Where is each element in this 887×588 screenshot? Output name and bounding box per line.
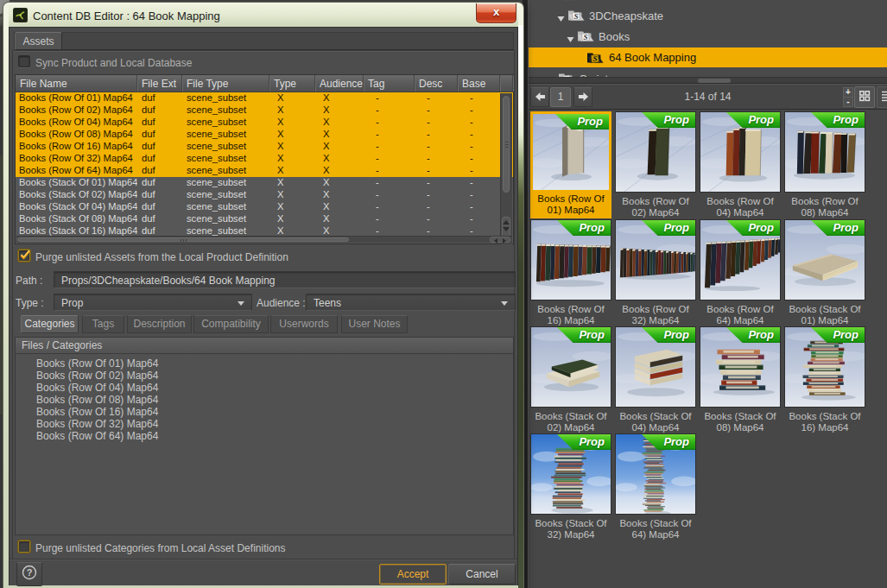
asset-label-line1: Books (Row Of	[791, 196, 858, 206]
tree-horizontal-scrollbar[interactable]	[529, 77, 887, 83]
table-row[interactable]: Books (Row Of 04) Map64dufscene_subsetXX…	[16, 117, 513, 129]
table-cell-file_ext: duf	[137, 117, 182, 129]
table-horizontal-scrollbar[interactable]	[16, 236, 512, 243]
asset-label-line2: 16) Map64	[801, 422, 849, 433]
prop-badge-text: Prop	[663, 221, 689, 234]
category-list-item[interactable]: Books (Row Of 01) Map64	[36, 357, 513, 370]
asset-label-line1: Books (Row Of	[537, 193, 604, 204]
table-cell-base: -	[458, 117, 500, 129]
column-header[interactable]: Tag	[364, 75, 415, 92]
type-label: Type :	[16, 297, 44, 309]
asset-thumbnail-cell[interactable]: PropBooks (Row Of16) Map64	[530, 219, 611, 329]
column-header[interactable]: File Name	[16, 75, 137, 92]
asset-label: Books (Row Of02) Map64	[615, 195, 696, 221]
type-dropdown[interactable]: Prop	[54, 294, 252, 311]
vertical-scrollbar-arrows[interactable]	[502, 217, 510, 237]
accept-button[interactable]: Accept	[379, 564, 447, 585]
column-header[interactable]: Desc	[415, 75, 458, 92]
table-cell-audience: X	[315, 117, 364, 129]
column-header[interactable]: File Ext	[137, 75, 182, 92]
subtab-user-notes[interactable]: User Notes	[341, 315, 408, 333]
asset-grid: PropBooks (Row Of01) Map64PropBooks (Row…	[529, 110, 887, 588]
folder-icon: S	[586, 51, 604, 67]
column-header[interactable]: File Type	[182, 75, 269, 92]
close-button[interactable]: x	[476, 3, 516, 23]
subtab-tags[interactable]: Tags	[82, 315, 124, 333]
scrollbar-grip	[181, 239, 181, 242]
horizontal-scrollbar-handle[interactable]	[17, 237, 349, 242]
asset-thumbnail-cell[interactable]: PropBooks (Row Of02) Map64	[615, 111, 696, 221]
asset-label-line2: 02) Map64	[632, 207, 680, 218]
table-vertical-scrollbar[interactable]	[500, 93, 512, 244]
asset-label: Books (Row Of04) Map64	[700, 195, 781, 221]
table-row[interactable]: Books (Row Of 64) Map64dufscene_subsetXX…	[16, 165, 513, 177]
files-categories-panel: Files / Categories Books (Row Of 01) Map…	[15, 337, 514, 535]
asset-thumbnail-cell[interactable]: PropBooks (Stack Of04) Map64	[615, 326, 696, 436]
expand-arrow-icon[interactable]	[567, 33, 574, 41]
grid-view-icon	[858, 90, 871, 105]
table-cell-audience: X	[315, 153, 364, 165]
table-row[interactable]: Books (Row Of 01) Map64dufscene_subsetXX…	[16, 92, 513, 104]
subtab-userwords[interactable]: Userwords	[270, 315, 338, 333]
asset-thumbnail-cell[interactable]: PropBooks (Stack Of01) Map64	[784, 219, 865, 329]
asset-thumbnail-cell[interactable]: PropBooks (Row Of01) Map64	[530, 111, 611, 218]
category-list-item[interactable]: Books (Row Of 16) Map64	[36, 406, 513, 418]
horizontal-scrollbar-arrows[interactable]	[490, 237, 510, 243]
table-cell-base: -	[458, 213, 500, 225]
panel-splitter[interactable]	[523, 0, 529, 588]
tab-assets[interactable]: Assets	[15, 32, 62, 50]
files-categories-list: Books (Row Of 01) Map64Books (Row Of 02)…	[16, 354, 513, 442]
tree-item-64-book-mapping[interactable]: S64 Book Mapping	[529, 47, 887, 67]
asset-thumbnail-cell[interactable]: PropBooks (Row Of32) Map64	[615, 219, 696, 329]
vertical-scrollbar-handle[interactable]	[503, 96, 510, 193]
purge-assets-checkbox[interactable]	[18, 250, 30, 262]
zoom-out-button[interactable]: -	[843, 97, 853, 107]
path-label: Path :	[16, 275, 42, 287]
asset-thumbnail-cell[interactable]: PropBooks (Stack Of32) Map64	[530, 433, 611, 543]
asset-thumbnail-cell[interactable]: PropBooks (Stack Of64) Map64	[615, 433, 696, 543]
help-button[interactable]: ?	[16, 562, 42, 586]
category-list-item[interactable]: Books (Row Of 02) Map64	[36, 370, 513, 382]
table-row[interactable]: Books (Stack Of 04) Map64dufscene_subset…	[16, 201, 513, 213]
subtab-compatibility[interactable]: Compatibility	[193, 315, 269, 333]
asset-thumbnail-cell[interactable]: PropBooks (Row Of64) Map64	[700, 219, 781, 329]
table-row[interactable]: Books (Stack Of 01) Map64dufscene_subset…	[16, 177, 513, 189]
path-field[interactable]: Props/3DCheapskate/Books/64 Book Mapping	[54, 271, 516, 288]
tree-item-3dcheapskate[interactable]: S3DCheapskate	[529, 5, 887, 26]
category-list-item[interactable]: Books (Row Of 64) Map64	[36, 430, 513, 442]
table-row[interactable]: Books (Row Of 08) Map64dufscene_subsetXX…	[16, 129, 513, 141]
asset-label: Books (Row Of08) Map64	[784, 195, 865, 221]
asset-label-line1: Books (Stack Of	[789, 411, 860, 421]
column-header[interactable]: Base	[458, 75, 500, 92]
asset-thumbnail-cell[interactable]: PropBooks (Stack Of16) Map64	[784, 326, 865, 436]
cancel-button[interactable]: Cancel	[448, 564, 516, 585]
table-row[interactable]: Books (Stack Of 02) Map64dufscene_subset…	[16, 189, 513, 201]
table-row[interactable]: Books (Stack Of 08) Map64dufscene_subset…	[16, 213, 513, 225]
category-list-item[interactable]: Books (Row Of 08) Map64	[36, 394, 513, 406]
asset-thumbnail-cell[interactable]: PropBooks (Row Of08) Map64	[784, 111, 865, 221]
list-view-button[interactable]	[877, 86, 887, 108]
audience-dropdown[interactable]: Teens	[306, 294, 516, 311]
asset-thumbnail-cell[interactable]: PropBooks (Stack Of02) Map64	[530, 326, 611, 436]
subtab-description[interactable]: Description	[127, 315, 192, 333]
table-row[interactable]: Books (Row Of 02) Map64dufscene_subsetXX…	[16, 104, 513, 117]
asset-thumbnail-cell[interactable]: PropBooks (Row Of04) Map64	[700, 111, 781, 221]
table-cell-file_name: Books (Row Of 08) Map64	[16, 129, 137, 141]
dialog-titlebar[interactable]: Content DB Editor : 64 Book Mapping x	[9, 4, 518, 28]
table-cell-audience: X	[315, 201, 364, 213]
column-header[interactable]: Audience	[315, 75, 364, 92]
subtab-categories[interactable]: Categories	[21, 315, 79, 333]
purge-categories-checkbox[interactable]	[18, 541, 30, 553]
column-header[interactable]: Type	[269, 75, 315, 92]
sync-database-checkbox[interactable]	[18, 55, 30, 67]
category-list-item[interactable]: Books (Row Of 32) Map64	[36, 418, 513, 430]
expand-arrow-icon[interactable]	[557, 12, 565, 20]
table-row[interactable]: Books (Row Of 16) Map64dufscene_subsetXX…	[16, 141, 513, 153]
window-frame-right	[518, 25, 523, 588]
tree-item-books[interactable]: SBooks	[529, 26, 887, 47]
asset-thumbnail-cell[interactable]: PropBooks (Stack Of08) Map64	[700, 326, 781, 436]
grid-view-button[interactable]	[854, 86, 875, 108]
category-list-item[interactable]: Books (Row Of 04) Map64	[36, 382, 513, 394]
table-row[interactable]: Books (Row Of 32) Map64dufscene_subsetXX…	[16, 153, 513, 165]
table-cell-type: X	[269, 153, 315, 165]
